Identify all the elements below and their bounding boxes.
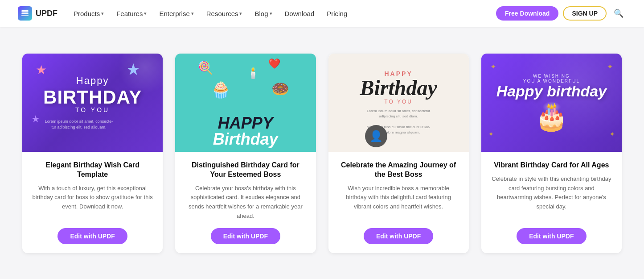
card-distinguished: 🍭 ❤️ 🧁 🍩 🕯️ HAPPYBirthday Distinguished … <box>175 54 316 253</box>
candy-decoration: 🍭 <box>197 60 213 75</box>
card-1-text: Happy BIRTHDAY TO YOU Lorem ipsum dolor … <box>43 75 142 130</box>
card-elegant: ★ ★ ★ Happy BIRTHDAY TO YOU Lorem ipsum … <box>22 54 163 253</box>
card-body-2: Distinguished Birthday Card for Your Est… <box>175 152 316 253</box>
card-title-4: Vibrant Birthday Card for All Ages <box>494 161 609 170</box>
card-title-1: Elegant Birthday Wish Card Template <box>31 161 154 179</box>
edit-button-1[interactable]: Edit with UPDF <box>57 228 127 244</box>
chevron-down-icon: ▾ <box>270 11 272 17</box>
card-body-4: Vibrant Birthday Card for All Ages Celeb… <box>481 152 622 253</box>
sparkle-decoration: ✦ <box>609 130 615 138</box>
avatar: 👤 <box>365 125 387 147</box>
svg-rect-1 <box>21 15 29 16</box>
signup-button[interactable]: SIGN UP <box>563 6 607 21</box>
search-icon: 🔍 <box>614 9 623 18</box>
nav-item-blog[interactable]: Blog ▾ <box>249 7 277 20</box>
nav-item-products[interactable]: Products ▾ <box>68 7 109 20</box>
sparkle-decoration: ✦ <box>490 62 496 71</box>
card-image-4: ✦ ✦ ✦ ✦ WE WISHINGYOU A WONDERFUL Happy … <box>481 54 622 152</box>
cards-grid: ★ ★ ★ Happy BIRTHDAY TO YOU Lorem ipsum … <box>22 54 622 253</box>
logo-text: UPDF <box>36 9 57 18</box>
card-image-2: 🍭 ❤️ 🧁 🍩 🕯️ HAPPYBirthday <box>175 54 316 152</box>
card-desc-4: Celebrate in style with this enchanting … <box>490 175 613 221</box>
chevron-down-icon: ▾ <box>239 11 242 17</box>
navbar: UPDF Products ▾ Features ▾ Enterprise ▾ … <box>0 0 644 27</box>
logo-icon <box>18 6 32 21</box>
card-body-1: Elegant Birthday Wish Card Template With… <box>22 152 163 253</box>
card-desc-3: Wish your incredible boss a memorable bi… <box>337 184 460 221</box>
nav-logo[interactable]: UPDF <box>18 6 57 21</box>
nav-links: Products ▾ Features ▾ Enterprise ▾ Resou… <box>68 7 496 20</box>
chevron-down-icon: ▾ <box>101 11 104 17</box>
card-2-text: HAPPYBirthday <box>213 115 278 147</box>
nav-item-pricing[interactable]: Pricing <box>321 7 353 20</box>
edit-button-4[interactable]: Edit with UPDF <box>517 228 586 244</box>
card-celebrate: HAPPY Birthday TO YOU Lorem ipsum dolor … <box>328 54 469 253</box>
card-body-3: Celebrate the Amazing Journey of the Bes… <box>328 152 469 253</box>
card-desc-2: Celebrate your boss's birthday with this… <box>184 184 307 221</box>
edit-button-2[interactable]: Edit with UPDF <box>211 228 280 244</box>
card-vibrant: ✦ ✦ ✦ ✦ WE WISHINGYOU A WONDERFUL Happy … <box>481 54 622 253</box>
main-content: ★ ★ ★ Happy BIRTHDAY TO YOU Lorem ipsum … <box>0 27 644 279</box>
card-image-1: ★ ★ ★ Happy BIRTHDAY TO YOU Lorem ipsum … <box>22 54 163 152</box>
free-download-button[interactable]: Free Download <box>496 6 558 21</box>
card-title-2: Distinguished Birthday Card for Your Est… <box>184 161 307 179</box>
cupcake-decoration: 🧁 <box>211 80 231 99</box>
svg-rect-0 <box>21 12 29 14</box>
search-button[interactable]: 🔍 <box>611 6 626 21</box>
sparkle-decoration: ✦ <box>607 62 613 71</box>
nav-right: Free Download SIGN UP 🔍 <box>496 6 626 21</box>
edit-button-3[interactable]: Edit with UPDF <box>364 228 433 244</box>
donut-decoration: 🍩 <box>271 80 289 97</box>
candy-decoration: ❤️ <box>268 58 280 70</box>
nav-item-features[interactable]: Features ▾ <box>111 7 152 20</box>
chevron-down-icon: ▾ <box>144 11 147 17</box>
nav-item-download[interactable]: Download <box>279 7 320 20</box>
card-image-3: HAPPY Birthday TO YOU Lorem ipsum dolor … <box>328 54 469 152</box>
cake-decoration: 🎂 <box>535 100 568 132</box>
svg-rect-2 <box>21 10 29 12</box>
nav-item-enterprise[interactable]: Enterprise ▾ <box>154 7 199 20</box>
nav-item-resources[interactable]: Resources ▾ <box>201 7 248 20</box>
star-decoration: ★ <box>31 113 40 125</box>
chevron-down-icon: ▾ <box>191 11 194 17</box>
sparkle-decoration: ✦ <box>488 130 494 138</box>
card-desc-1: With a touch of luxury, get this excepti… <box>31 184 154 221</box>
card-title-3: Celebrate the Amazing Journey of the Bes… <box>337 161 460 179</box>
candle-decoration: 🕯️ <box>246 67 260 79</box>
